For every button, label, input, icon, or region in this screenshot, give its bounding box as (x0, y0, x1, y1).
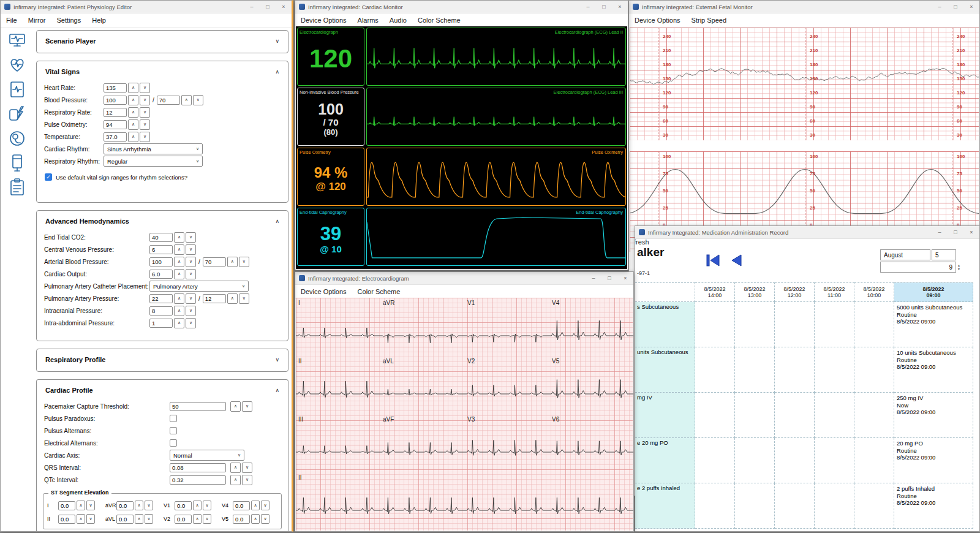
mar-empty-cell[interactable] (775, 483, 815, 529)
dropdown-pulmonary-artery-catheter-placement[interactable]: Pulmonary Artery∨ (149, 281, 249, 292)
stepper-up-button[interactable]: ∧ (174, 232, 184, 243)
stepper-down-button[interactable]: ∨ (242, 401, 252, 412)
titlebar[interactable]: Infirmary Integrated: Patient Physiology… (1, 1, 292, 13)
minimize-button[interactable]: – (586, 272, 601, 284)
stepper-down-button[interactable]: ∨ (186, 293, 196, 304)
stepper-up-button[interactable]: ∧ (174, 257, 184, 267)
mar-order-cell[interactable]: s Subcutaneous (635, 302, 695, 347)
number-input[interactable]: 100 (149, 257, 173, 266)
number-input[interactable]: 94 (104, 120, 127, 129)
dropdown-cardiac-axis[interactable]: Normal∨ (170, 450, 244, 461)
mar-dose-cell[interactable]: 5000 units SubcutaneousRoutine8/5/2022 0… (894, 302, 973, 347)
mar-dose-cell[interactable]: 2 puffs InhaledRoutine8/5/2022 09:00 (894, 483, 973, 529)
mar-empty-cell[interactable] (815, 393, 854, 438)
menu-alarms[interactable]: Alarms (352, 17, 384, 24)
mar-empty-cell[interactable] (735, 393, 775, 438)
stepper-up-button[interactable]: ∧ (174, 269, 184, 279)
section-header[interactable]: Vital Signs ∧ (37, 61, 288, 80)
maximize-button[interactable]: □ (948, 1, 963, 13)
mar-empty-cell[interactable] (815, 483, 854, 529)
stepper-down-button[interactable]: ∨ (203, 501, 211, 510)
refresh-button[interactable]: Refresh (635, 238, 649, 246)
stepper-down-button[interactable]: ∨ (261, 514, 270, 524)
number-input[interactable]: 0.0 (116, 515, 134, 524)
close-button[interactable]: × (963, 1, 979, 13)
stepper-down-button[interactable]: ∨ (242, 463, 252, 473)
stepper-up-button[interactable]: ∧ (128, 107, 138, 118)
stepper-down-button[interactable]: ∨ (140, 95, 150, 105)
stepper-down-button[interactable]: ∨ (186, 232, 196, 243)
stepper-down-button[interactable]: ∨ (140, 119, 150, 130)
stepper-up-button[interactable]: ∧ (230, 401, 241, 412)
iv-pump-icon[interactable] (7, 153, 29, 175)
number-input[interactable]: 100 (104, 96, 127, 105)
number-input[interactable]: 0.0 (233, 501, 250, 510)
number-input[interactable]: 12 (104, 108, 127, 117)
mar-empty-cell[interactable] (775, 438, 815, 483)
stepper-down-button[interactable]: ∨ (186, 257, 196, 267)
stepper-down-button[interactable]: ∨ (186, 318, 196, 328)
mar-empty-cell[interactable] (695, 438, 735, 483)
stepper-up-button[interactable]: ∧ (230, 475, 241, 485)
number-input[interactable]: 0.32 (170, 475, 226, 485)
heart-ecg-icon[interactable] (7, 55, 29, 77)
menu-device-options[interactable]: Device Options (295, 288, 352, 295)
month-select[interactable]: August (880, 249, 930, 260)
medication-record-icon[interactable] (7, 177, 29, 199)
mar-empty-cell[interactable] (854, 393, 894, 438)
section-header[interactable]: Advanced Hemodynamics ∧ (37, 211, 288, 230)
menu-color-scheme[interactable]: Color Scheme (412, 17, 466, 24)
number-input[interactable]: 135 (104, 83, 127, 93)
stepper-up-button[interactable]: ∧ (181, 95, 192, 105)
number-input[interactable]: 6 (149, 245, 173, 254)
stepper-down-button[interactable]: ∨ (193, 95, 203, 105)
number-input[interactable]: 0.0 (233, 515, 250, 524)
stepper-down-button[interactable]: ∨ (242, 475, 252, 485)
mar-empty-cell[interactable] (775, 393, 815, 438)
day-select[interactable]: 5 (932, 249, 956, 260)
stepper-up-button[interactable]: ∧ (128, 95, 138, 105)
mar-empty-cell[interactable] (695, 347, 735, 393)
stepper-down-button[interactable]: ∨ (186, 244, 196, 255)
defibrillator-icon[interactable] (7, 104, 29, 126)
stepper-up-button[interactable]: ∧ (174, 293, 184, 304)
titlebar[interactable]: Infirmary Integrated: Electrocardiogram … (295, 272, 633, 285)
mar-dose-cell[interactable]: 10 units SubcutaneousRoutine8/5/2022 09:… (894, 347, 973, 393)
strip-chart-icon[interactable] (7, 79, 29, 101)
mar-dose-cell[interactable]: 250 mg IVNow8/5/2022 09:00 (894, 393, 973, 438)
stepper-up-button[interactable]: ∧ (128, 132, 138, 142)
close-button[interactable]: × (963, 226, 979, 238)
mar-order-cell[interactable]: e 2 puffs Inhaled (635, 483, 695, 529)
number-input[interactable]: 0.0 (116, 501, 134, 510)
mar-empty-cell[interactable] (854, 302, 894, 347)
minimize-button[interactable]: – (932, 1, 948, 13)
titlebar[interactable]: Infirmary Integrated: Cardiac Monitor – … (295, 1, 628, 13)
section-header[interactable]: Scenario Player ∨ (37, 31, 288, 50)
menu-settings[interactable]: Settings (51, 17, 86, 24)
number-input[interactable]: 37.0 (104, 132, 127, 142)
skip-to-start-button[interactable] (704, 253, 722, 268)
mar-empty-cell[interactable] (735, 347, 775, 393)
stepper-down-button[interactable]: ∨ (239, 257, 249, 267)
maximize-button[interactable]: □ (601, 272, 617, 284)
menu-strip-speed[interactable]: Strip Speed (686, 17, 732, 24)
stepper-up-button[interactable]: ∧ (227, 257, 238, 267)
stepper-up-button[interactable]: ∧ (251, 501, 260, 510)
maximize-button[interactable]: □ (948, 226, 963, 238)
stepper-down-button[interactable]: ∨ (145, 501, 153, 510)
stepper-down-button[interactable]: ∨ (140, 83, 150, 93)
number-input[interactable]: 40 (149, 233, 173, 242)
number-input[interactable]: 0.08 (170, 463, 226, 472)
stepper-down-button[interactable]: ∨ (203, 514, 211, 524)
maximize-button[interactable]: □ (596, 1, 612, 13)
fetal-monitor-icon[interactable] (7, 128, 29, 150)
menu-audio[interactable]: Audio (384, 17, 412, 24)
menu-device-options[interactable]: Device Options (295, 17, 352, 24)
stepper-down-button[interactable]: ∨ (86, 501, 95, 510)
mar-empty-cell[interactable] (815, 302, 854, 347)
mar-empty-cell[interactable] (775, 347, 815, 393)
mar-empty-cell[interactable] (854, 483, 894, 529)
number-input[interactable]: 22 (149, 294, 173, 303)
number-input[interactable]: 70 (203, 257, 226, 266)
minimize-button[interactable]: – (244, 1, 260, 13)
